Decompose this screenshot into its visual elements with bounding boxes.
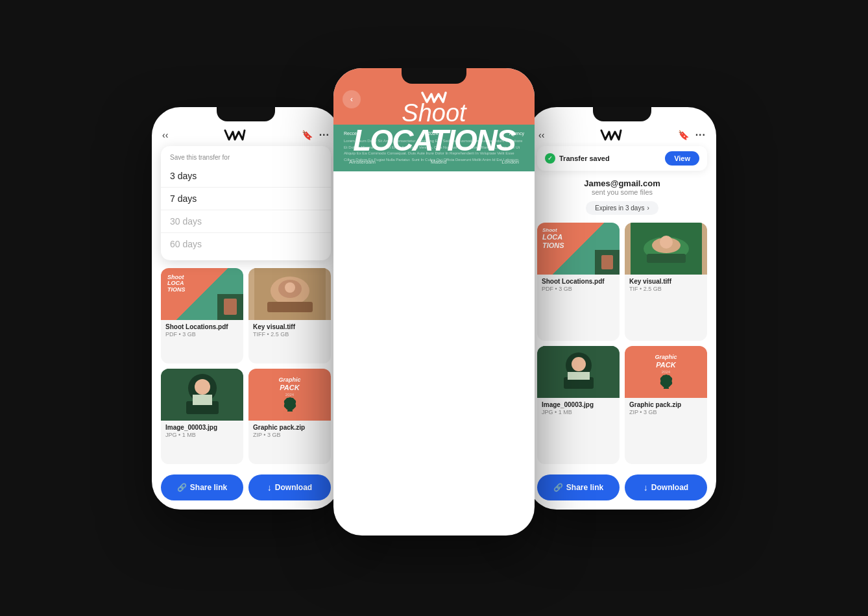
thumb-graphic-left: Graphic PACK 2024 xyxy=(248,369,331,421)
share-link-button-right[interactable]: 🔗 Share link xyxy=(537,474,620,500)
svg-rect-3 xyxy=(267,302,313,312)
thumb-green-left xyxy=(161,369,243,421)
dropdown-header: Save this transfer for xyxy=(161,151,331,165)
bookmark-icon-right[interactable]: 🔖 xyxy=(678,130,689,140)
file-info-shoot: Shoot Locations.pdf PDF • 3 GB xyxy=(161,320,243,341)
download-label-left: Download xyxy=(275,483,312,492)
we-logo-left xyxy=(224,129,246,141)
svg-point-8 xyxy=(195,379,210,395)
transfer-saved-bar: ✓ Transfer saved View xyxy=(537,146,707,171)
more-icon[interactable]: ··· xyxy=(319,129,330,141)
file-meta-keyvisual-right: TIF • 2.5 GB xyxy=(629,286,703,292)
sender-info: James@gmail.com sent you some files xyxy=(528,176,716,200)
file-info-keyvisual-right: Key visual.tiff TIF • 2.5 GB xyxy=(625,275,707,296)
expires-pill[interactable]: Expires in 3 days › xyxy=(586,201,658,215)
file-meta-graphic-right: ZIP • 3 GB xyxy=(629,409,703,415)
back-button-center[interactable]: ‹ xyxy=(343,90,361,108)
top-bar-actions-left: 🔖 ··· xyxy=(302,129,330,141)
sender-subtitle: sent you some files xyxy=(528,188,716,196)
phones-container: ‹ 🔖 ··· Save this transfer for 3 days 7 … xyxy=(77,42,791,574)
thumb-lying-right xyxy=(625,223,707,275)
download-icon-right: ↓ xyxy=(644,482,648,493)
phone-left: ‹ 🔖 ··· Save this transfer for 3 days 7 … xyxy=(152,107,340,510)
top-bar-left: ‹ 🔖 ··· xyxy=(152,125,340,143)
top-bar-right: ‹ 🔖 ··· xyxy=(528,125,716,143)
svg-point-4 xyxy=(285,282,295,293)
transfer-saved-left: ✓ Transfer saved xyxy=(545,153,610,164)
notch-right xyxy=(593,107,651,121)
file-meta-graphic: ZIP • 3 GB xyxy=(253,432,326,438)
file-grid-left: ShootLOCATIONS Shoot Locations.pdf PDF •… xyxy=(152,265,340,469)
view-button[interactable]: View xyxy=(665,151,699,166)
top-bar-actions-right: 🔖 ··· xyxy=(678,129,706,141)
more-icon-right[interactable]: ··· xyxy=(695,129,706,141)
file-card-image[interactable]: Image_00003.jpg JPG • 1 MB xyxy=(161,369,243,464)
city-london: London xyxy=(501,159,519,165)
share-link-label-right: Share link xyxy=(566,483,603,492)
back-icon-right[interactable]: ‹ xyxy=(538,130,544,140)
expires-text: Expires in 3 days xyxy=(595,204,644,212)
file-info-graphic: Graphic pack.zip ZIP • 3 GB xyxy=(248,421,331,442)
city-madrid: Madrid xyxy=(431,159,446,165)
download-label-right: Download xyxy=(651,483,688,492)
thumb-green-right xyxy=(537,346,620,398)
dropdown-60days[interactable]: 60 days xyxy=(161,233,331,255)
we-logo-center xyxy=(421,90,447,106)
thumb-lying-left xyxy=(248,268,331,320)
we-logo-right xyxy=(600,129,622,141)
share-link-icon: 🔗 xyxy=(177,483,187,492)
file-meta-image-right: JPG • 1 MB xyxy=(542,409,615,415)
file-grid-right: ShootLOCATIONS Shoot Locations.pdf PDF •… xyxy=(528,220,716,469)
download-button-right[interactable]: ↓ Download xyxy=(625,474,707,500)
file-name-image-right: Image_00003.jpg xyxy=(542,401,615,408)
svg-point-38 xyxy=(572,357,586,371)
thumb-shoot-left: ShootLOCATIONS xyxy=(161,268,243,320)
file-meta-keyvisual: TIFF • 2.5 GB xyxy=(253,331,326,338)
dropdown-overlay: Save this transfer for 3 days 7 days 30 … xyxy=(161,146,331,260)
file-card-shoot[interactable]: ShootLOCATIONS Shoot Locations.pdf PDF •… xyxy=(161,268,243,363)
file-info-image-right: Image_00003.jpg JPG • 1 MB xyxy=(537,398,620,419)
file-name-keyvisual-right: Key visual.tiff xyxy=(629,278,703,285)
file-card-image-right[interactable]: Image_00003.jpg JPG • 1 MB xyxy=(537,346,620,464)
file-card-keyvisual[interactable]: Key visual.tiff TIFF • 2.5 GB xyxy=(248,268,331,363)
file-name-shoot-right: Shoot Locations.pdf xyxy=(542,278,615,285)
hero-locations: LOCATIONS xyxy=(349,125,519,155)
file-name-shoot: Shoot Locations.pdf xyxy=(165,323,239,330)
file-card-shoot-right[interactable]: ShootLOCATIONS Shoot Locations.pdf PDF •… xyxy=(537,223,620,341)
download-button-left[interactable]: ↓ Download xyxy=(248,474,331,500)
svg-rect-9 xyxy=(193,395,212,405)
file-card-graphic[interactable]: Graphic PACK 2024 xyxy=(248,369,331,464)
file-name-graphic: Graphic pack.zip xyxy=(253,424,326,431)
file-meta-shoot-right: PDF • 3 GB xyxy=(542,286,615,292)
dropdown-7days[interactable]: 7 days xyxy=(161,188,331,210)
bottom-actions-right: 🔗 Share link ↓ Download xyxy=(528,469,716,510)
chevron-icon: › xyxy=(647,204,649,212)
bookmark-icon[interactable]: 🔖 xyxy=(302,130,313,140)
file-info-shoot-right: Shoot Locations.pdf PDF • 3 GB xyxy=(537,275,620,296)
thumb-graphic-right: Graphic PACK 2024 xyxy=(625,346,707,398)
dropdown-3days[interactable]: 3 days xyxy=(161,165,331,188)
dropdown-30days[interactable]: 30 days xyxy=(161,210,331,233)
file-meta-shoot: PDF • 3 GB xyxy=(165,331,239,338)
download-icon-left: ↓ xyxy=(267,482,272,493)
transfer-saved-label: Transfer saved xyxy=(559,154,610,162)
svg-rect-39 xyxy=(568,372,590,380)
city-amsterdam: Amsterdam xyxy=(349,159,376,165)
svg-point-33 xyxy=(660,236,673,249)
share-link-button-left[interactable]: 🔗 Share link xyxy=(161,474,243,500)
file-info-image: Image_00003.jpg JPG • 1 MB xyxy=(161,421,243,442)
notch-center xyxy=(402,68,466,84)
share-link-label-left: Share link xyxy=(190,483,227,492)
file-info-graphic-right: Graphic pack.zip ZIP • 3 GB xyxy=(625,398,707,419)
back-icon[interactable]: ‹ xyxy=(162,130,168,140)
file-card-keyvisual-right[interactable]: Key visual.tiff TIF • 2.5 GB xyxy=(625,223,707,341)
green-check-icon: ✓ xyxy=(545,153,555,164)
file-name-keyvisual: Key visual.tiff xyxy=(253,323,326,330)
bottom-actions-left: 🔗 Share link ↓ Download xyxy=(152,469,340,510)
share-link-icon-right: 🔗 xyxy=(553,483,563,492)
phone-center: ‹ Shoot LOCATIONS Amsterdam Madrid Londo… xyxy=(333,68,535,536)
file-name-graphic-right: Graphic pack.zip xyxy=(629,401,703,408)
notch-left xyxy=(217,107,275,121)
file-meta-image: JPG • 1 MB xyxy=(165,432,239,438)
file-card-graphic-right[interactable]: Graphic PACK 2024 xyxy=(625,346,707,464)
